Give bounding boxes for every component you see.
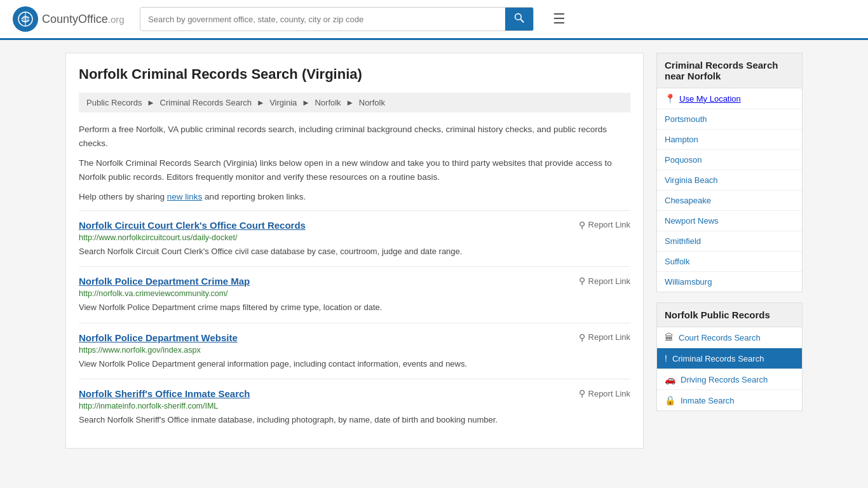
nearby-location-item[interactable]: Virginia Beach <box>657 170 802 191</box>
logo-icon <box>13 6 38 32</box>
record-entry: Norfolk Police Department Website ⚲ Repo… <box>79 323 630 379</box>
nearby-title: Criminal Records Search near Norfolk <box>656 53 803 88</box>
logo-text: CountyOffice.org <box>42 13 125 26</box>
record-entry: Norfolk Circuit Court Clerk's Office Cou… <box>79 210 630 267</box>
search-button[interactable] <box>505 8 533 30</box>
logo-area[interactable]: CountyOffice.org <box>13 6 127 32</box>
report-label-0: Report Link <box>588 220 630 229</box>
nearby-location-link-6[interactable]: Smithfield <box>665 236 701 246</box>
breadcrumb-virginia[interactable]: Virginia <box>269 98 297 107</box>
record-desc-0: Search Norfolk Circuit Court Clerk's Off… <box>79 245 630 258</box>
nearby-location-item[interactable]: Hampton <box>657 130 802 150</box>
report-link-0[interactable]: ⚲ Report Link <box>579 220 630 230</box>
report-label-3: Report Link <box>588 389 630 398</box>
report-link-1[interactable]: ⚲ Report Link <box>579 276 630 286</box>
record-title-1[interactable]: Norfolk Police Department Crime Map <box>79 276 250 287</box>
nearby-location-link-2[interactable]: Poquoson <box>665 155 702 165</box>
public-records-title: Norfolk Public Records <box>656 302 803 327</box>
record-header: Norfolk Police Department Website ⚲ Repo… <box>79 332 630 343</box>
report-icon-2: ⚲ <box>579 332 585 342</box>
pub-record-link-2[interactable]: Driving Records Search <box>681 375 768 384</box>
public-records-item[interactable]: 🏛 Court Records Search <box>657 327 802 348</box>
breadcrumb-criminal-records-search[interactable]: Criminal Records Search <box>160 98 252 107</box>
public-records-list: 🏛 Court Records Search ! Criminal Record… <box>656 327 803 411</box>
pub-record-link-1[interactable]: Criminal Records Search <box>672 354 764 363</box>
nearby-location-item[interactable]: Chesapeake <box>657 191 802 211</box>
report-icon-3: ⚲ <box>579 388 585 398</box>
pub-record-link-3[interactable]: Inmate Search <box>681 396 735 405</box>
nearby-location-item[interactable]: Poquoson <box>657 150 802 170</box>
nearby-location-item[interactable]: Smithfield <box>657 231 802 252</box>
svg-point-2 <box>515 14 522 20</box>
record-url-3[interactable]: http://inmateinfo.norfolk-sheriff.com/IM… <box>79 402 630 410</box>
report-label-1: Report Link <box>588 276 630 286</box>
pub-record-icon-2: 🚗 <box>665 374 675 384</box>
breadcrumb-norfolk-county[interactable]: Norfolk <box>315 98 341 107</box>
main-content: Norfolk Criminal Records Search (Virgini… <box>65 53 644 449</box>
nearby-location-link-3[interactable]: Virginia Beach <box>665 175 718 185</box>
record-desc-3: Search Norfolk Sheriff's Office inmate d… <box>79 414 630 426</box>
record-header: Norfolk Sheriff's Office Inmate Search ⚲… <box>79 388 630 399</box>
record-title-3[interactable]: Norfolk Sheriff's Office Inmate Search <box>79 388 250 399</box>
nearby-locations-list: PortsmouthHamptonPoquosonVirginia BeachC… <box>657 109 802 292</box>
report-icon-0: ⚲ <box>579 220 585 230</box>
record-header: Norfolk Police Department Crime Map ⚲ Re… <box>79 276 630 287</box>
record-url-2[interactable]: https://www.norfolk.gov/index.aspx <box>79 346 630 355</box>
search-input[interactable] <box>140 8 505 30</box>
nearby-location-item[interactable]: Suffolk <box>657 252 802 272</box>
intro-paragraph-1: Perform a free Norfolk, VA public crimin… <box>79 123 630 150</box>
menu-icon[interactable]: ☰ <box>553 11 566 27</box>
pub-record-icon-0: 🏛 <box>665 332 674 342</box>
svg-line-3 <box>520 19 524 22</box>
nearby-location-link-4[interactable]: Chesapeake <box>665 196 711 205</box>
main-container: Norfolk Criminal Records Search (Virgini… <box>53 40 815 461</box>
intro-paragraph-3: Help others by sharing new links and rep… <box>79 190 630 204</box>
public-records-section: Norfolk Public Records 🏛 Court Records S… <box>656 302 803 411</box>
record-url-0[interactable]: http://www.norfolkcircuitcourt.us/daily-… <box>79 233 630 242</box>
nearby-location-item[interactable]: Williamsburg <box>657 272 802 292</box>
nearby-location-link-7[interactable]: Suffolk <box>665 257 690 266</box>
pub-record-icon-3: 🔒 <box>665 395 675 405</box>
report-link-2[interactable]: ⚲ Report Link <box>579 332 630 342</box>
use-my-location-item[interactable]: 📍 Use My Location <box>657 88 802 109</box>
nearby-location-link-1[interactable]: Hampton <box>665 135 698 144</box>
pub-record-link-0[interactable]: Court Records Search <box>679 333 761 342</box>
breadcrumb: Public Records ► Criminal Records Search… <box>79 93 630 112</box>
nearby-location-link-8[interactable]: Williamsburg <box>665 277 712 287</box>
breadcrumb-norfolk[interactable]: Norfolk <box>359 98 385 107</box>
search-bar[interactable] <box>140 7 534 31</box>
records-list: Norfolk Circuit Court Clerk's Office Cou… <box>79 210 630 435</box>
nearby-location-item[interactable]: Newport News <box>657 211 802 231</box>
public-records-item[interactable]: 🚗 Driving Records Search <box>657 369 802 390</box>
nearby-list: 📍 Use My Location PortsmouthHamptonPoquo… <box>656 88 803 292</box>
location-pin-icon: 📍 <box>665 93 675 104</box>
nearby-location-link-5[interactable]: Newport News <box>665 216 719 226</box>
sidebar: Criminal Records Search near Norfolk 📍 U… <box>656 53 803 449</box>
report-label-2: Report Link <box>588 332 630 342</box>
page-title: Norfolk Criminal Records Search (Virgini… <box>79 66 630 83</box>
public-records-item[interactable]: 🔒 Inmate Search <box>657 390 802 410</box>
pub-record-icon-1: ! <box>665 353 667 363</box>
site-header: CountyOffice.org ☰ <box>0 0 868 40</box>
record-entry: Norfolk Police Department Crime Map ⚲ Re… <box>79 266 630 323</box>
record-url-1[interactable]: http://norfolk.va.crimeviewcommunity.com… <box>79 289 630 298</box>
new-links-link[interactable]: new links <box>167 192 203 201</box>
record-entry: Norfolk Sheriff's Office Inmate Search ⚲… <box>79 379 630 435</box>
report-link-3[interactable]: ⚲ Report Link <box>579 388 630 398</box>
record-desc-2: View Norfolk Police Department general i… <box>79 358 630 370</box>
breadcrumb-public-records[interactable]: Public Records <box>86 98 142 107</box>
nearby-location-link-0[interactable]: Portsmouth <box>665 114 707 124</box>
public-records-item[interactable]: ! Criminal Records Search <box>657 348 802 369</box>
record-desc-1: View Norfolk Police Department crime map… <box>79 301 630 314</box>
nearby-section: Criminal Records Search near Norfolk 📍 U… <box>656 53 803 292</box>
record-header: Norfolk Circuit Court Clerk's Office Cou… <box>79 220 630 231</box>
nearby-location-item[interactable]: Portsmouth <box>657 109 802 130</box>
record-title-2[interactable]: Norfolk Police Department Website <box>79 332 238 343</box>
use-my-location-link[interactable]: Use My Location <box>679 94 741 104</box>
record-title-0[interactable]: Norfolk Circuit Court Clerk's Office Cou… <box>79 220 306 231</box>
report-icon-1: ⚲ <box>579 276 585 286</box>
intro-paragraph-2: The Norfolk Criminal Records Search (Vir… <box>79 156 630 184</box>
